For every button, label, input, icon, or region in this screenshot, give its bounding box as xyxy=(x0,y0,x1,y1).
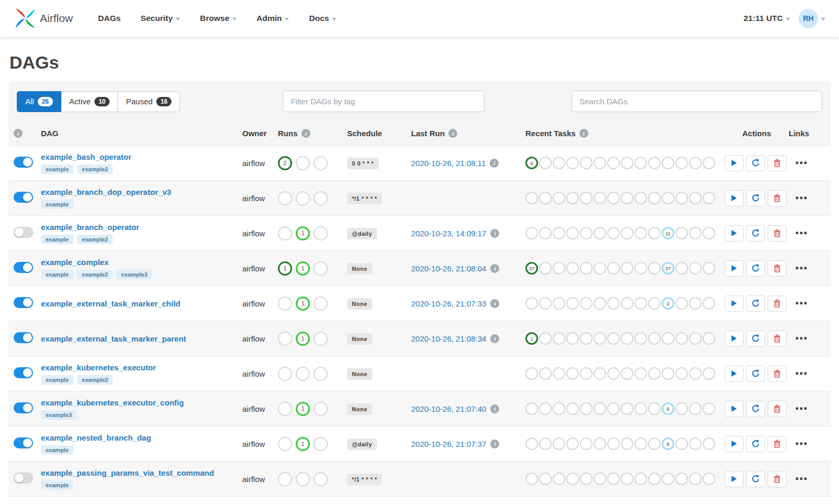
last-run-link[interactable]: 2020-10-26, 21:08:04 xyxy=(411,264,486,273)
task-status-circle[interactable] xyxy=(594,227,606,239)
task-status-circle[interactable] xyxy=(703,192,715,204)
task-status-circle[interactable] xyxy=(525,297,538,310)
run-status-circle[interactable]: 1 xyxy=(296,332,310,346)
task-status-circle[interactable] xyxy=(689,332,702,345)
task-status-circle[interactable] xyxy=(580,192,593,204)
last-run-link[interactable]: 2020-10-26, 21:07:40 xyxy=(411,404,486,413)
pause-toggle[interactable] xyxy=(14,157,33,168)
pause-toggle[interactable] xyxy=(14,192,33,203)
run-status-circle[interactable]: 1 xyxy=(296,402,310,416)
delete-dag-button[interactable] xyxy=(768,401,787,417)
task-status-circle[interactable] xyxy=(621,262,633,275)
task-status-circle[interactable] xyxy=(594,157,606,169)
run-status-circle[interactable]: 2 xyxy=(278,156,292,170)
task-status-circle[interactable] xyxy=(580,437,593,450)
task-status-circle[interactable] xyxy=(675,473,688,485)
task-status-circle[interactable] xyxy=(703,473,715,485)
task-status-circle[interactable] xyxy=(648,192,661,204)
run-status-circle[interactable]: 1 xyxy=(296,297,310,311)
last-run-link[interactable]: 2020-10-26, 21:07:33 xyxy=(411,299,486,308)
dag-tag[interactable]: example xyxy=(41,270,73,279)
task-status-circle[interactable] xyxy=(675,227,688,239)
delete-dag-button[interactable] xyxy=(768,225,787,242)
task-status-circle[interactable] xyxy=(634,227,647,239)
task-status-circle[interactable] xyxy=(539,402,552,415)
task-status-circle[interactable] xyxy=(675,157,688,169)
search-dags-input[interactable] xyxy=(572,91,822,112)
dag-tag[interactable]: example xyxy=(41,235,73,244)
trigger-dag-button[interactable] xyxy=(725,401,744,417)
task-status-circle[interactable] xyxy=(621,332,633,345)
task-status-circle[interactable] xyxy=(607,402,620,415)
run-status-circle[interactable] xyxy=(296,156,310,170)
task-status-circle[interactable] xyxy=(594,332,606,345)
task-status-circle[interactable] xyxy=(566,227,579,239)
task-status-circle[interactable] xyxy=(634,473,647,485)
dag-name-link[interactable]: example_external_task_marker_child xyxy=(41,299,180,308)
task-status-circle[interactable] xyxy=(566,367,579,380)
task-status-circle[interactable] xyxy=(648,473,661,485)
task-status-circle[interactable] xyxy=(539,192,552,204)
task-status-circle[interactable] xyxy=(539,297,552,310)
task-status-circle[interactable] xyxy=(566,332,579,345)
task-status-circle[interactable] xyxy=(662,332,674,345)
trigger-dag-button[interactable] xyxy=(725,295,744,312)
task-status-circle[interactable] xyxy=(648,227,661,239)
task-status-circle[interactable] xyxy=(580,473,593,485)
task-status-circle[interactable] xyxy=(648,402,661,415)
task-status-circle[interactable] xyxy=(539,473,552,485)
refresh-dag-button[interactable] xyxy=(746,366,765,382)
task-status-circle[interactable] xyxy=(594,437,606,450)
task-status-circle[interactable] xyxy=(525,192,538,204)
trigger-dag-button[interactable] xyxy=(725,225,744,242)
task-status-circle[interactable] xyxy=(580,262,593,275)
task-status-circle[interactable] xyxy=(675,262,688,275)
nav-item-admin[interactable]: Admin xyxy=(256,14,289,23)
task-status-circle[interactable] xyxy=(566,437,579,450)
delete-dag-button[interactable] xyxy=(768,190,787,206)
delete-dag-button[interactable] xyxy=(768,471,787,487)
dag-name-link[interactable]: example_kubernetes_executor xyxy=(41,363,156,372)
task-status-circle[interactable] xyxy=(566,262,579,275)
clock-menu[interactable]: 21:11 UTC xyxy=(744,14,790,23)
task-status-circle[interactable] xyxy=(689,473,702,485)
task-status-circle[interactable] xyxy=(648,157,661,169)
run-status-circle[interactable] xyxy=(278,437,292,451)
user-menu[interactable]: RH xyxy=(799,9,825,28)
task-status-circle[interactable] xyxy=(662,192,674,204)
task-status-circle[interactable]: 37 xyxy=(662,262,674,275)
task-status-circle[interactable]: 9 xyxy=(662,437,674,450)
task-status-circle[interactable] xyxy=(553,367,565,380)
task-status-circle[interactable] xyxy=(580,367,593,380)
trigger-dag-button[interactable] xyxy=(725,366,744,382)
last-run-link[interactable]: 2020-10-26, 21:07:37 xyxy=(411,440,486,448)
tag-filter-input[interactable] xyxy=(283,91,485,112)
task-status-circle[interactable] xyxy=(675,332,688,345)
refresh-dag-button[interactable] xyxy=(746,190,765,206)
brand[interactable]: Airflow xyxy=(14,7,73,30)
dag-tag[interactable]: example2 xyxy=(77,270,113,279)
links-more[interactable]: ⋯ xyxy=(789,441,821,446)
task-status-circle[interactable] xyxy=(553,473,565,485)
task-status-circle[interactable] xyxy=(594,262,606,275)
task-status-circle[interactable] xyxy=(553,297,565,310)
tab-paused[interactable]: Paused16 xyxy=(117,91,180,112)
task-status-circle[interactable] xyxy=(525,402,538,415)
task-status-circle[interactable]: 11 xyxy=(662,227,674,239)
task-status-circle[interactable] xyxy=(675,192,688,204)
tab-active[interactable]: Active10 xyxy=(61,91,118,112)
task-status-circle[interactable] xyxy=(607,192,620,204)
task-status-circle[interactable] xyxy=(689,192,702,204)
links-more[interactable]: ⋯ xyxy=(789,195,821,201)
task-status-circle[interactable] xyxy=(621,227,633,239)
task-status-circle[interactable] xyxy=(553,332,565,345)
task-status-circle[interactable] xyxy=(703,297,715,310)
pause-toggle[interactable] xyxy=(14,227,33,238)
pause-toggle[interactable] xyxy=(14,437,33,448)
task-status-circle[interactable] xyxy=(648,332,661,345)
task-status-circle[interactable] xyxy=(703,227,715,239)
task-status-circle[interactable] xyxy=(621,473,633,485)
pause-toggle[interactable] xyxy=(14,402,33,413)
run-status-circle[interactable]: 1 xyxy=(296,226,310,240)
task-status-circle[interactable] xyxy=(607,367,620,380)
